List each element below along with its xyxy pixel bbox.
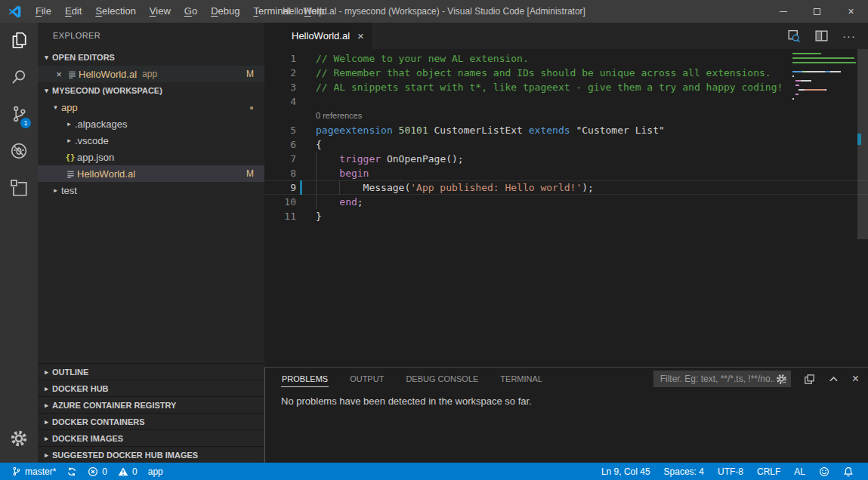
line-number: 9 [264,180,296,195]
section-workspace[interactable]: ▾MYSECOND (WORKSPACE) [38,82,264,99]
indentation[interactable]: Spaces: 4 [657,466,711,477]
tree-item--vscode[interactable]: ▸.vscode [38,132,264,149]
token-plain: ; [357,196,363,208]
code-line-8: 8 begin [264,166,868,180]
code-line-11: 11} [264,209,868,223]
close-window-button[interactable]: × [834,0,868,23]
menu-selection[interactable]: Selection [88,0,142,23]
activity-explorer-button[interactable] [0,23,38,60]
open-changes-icon[interactable] [786,29,801,43]
token-comment: // Welcome to your new AL extension. [316,53,529,64]
panel-tab-output[interactable]: OUTPUT [349,371,385,387]
section-docker-hub[interactable]: ▸DOCKER HUB [38,380,264,396]
code-text[interactable]: Message('App published: Hello world!'); [316,180,594,195]
minimap[interactable] [792,51,857,101]
split-editor-icon[interactable] [814,29,829,43]
error-count[interactable]: 0 [82,466,113,477]
code-text[interactable]: begin [316,166,369,180]
menu-debug[interactable]: Debug [204,0,246,23]
tree-item-helloworld-al[interactable]: HelloWorld.alM [38,165,264,182]
git-modified-badge: M [246,168,254,179]
tab-helloworld[interactable]: HelloWorld.al × [264,23,372,49]
workbench: 1 EXPLORER ▾OPEN EDITORS ×HelloWorld.ala… [0,23,868,463]
section-docker-hub-label: DOCKER HUB [52,384,109,393]
section-suggested-docker-hub-images[interactable]: ▸SUGGESTED DOCKER HUB IMAGES [38,446,264,463]
close-panel-icon[interactable]: × [852,373,859,385]
code-line-10: 10 end; [264,195,868,209]
codelens-references[interactable]: 0 references [264,109,868,123]
open-editor-item[interactable]: ×HelloWorld.alappM [38,66,264,82]
open-editor-filename: HelloWorld.al [79,69,137,80]
tab-label: HelloWorld.al [292,30,350,42]
chevron-right-icon: ▸ [63,120,75,128]
tab-close-icon[interactable]: × [357,29,364,42]
code-text[interactable]: pageextension 50101 CustomerListExt exte… [316,123,665,137]
editor[interactable]: 1// Welcome to your new AL extension.2//… [264,49,868,367]
indent-guide [316,166,317,180]
vscode-logo-icon [0,5,29,18]
panel-tabs: PROBLEMSOUTPUTDEBUG CONSOLETERMINAL × [265,368,868,389]
notifications[interactable] [836,466,860,477]
section-docker-containers[interactable]: ▸DOCKER CONTAINERS [38,413,264,429]
maximize-button[interactable] [800,0,834,23]
smiley-icon [819,466,829,477]
code-text[interactable]: { [316,137,322,152]
code-text[interactable]: end; [316,195,363,209]
collapse-all-icon[interactable] [804,374,815,385]
eol[interactable]: CRLF [750,466,787,477]
section-suggested-docker-hub-images-label: SUGGESTED DOCKER HUB IMAGES [52,451,198,460]
tree-item-app[interactable]: ▾app● [38,99,264,115]
code-text[interactable]: // Welcome to your new AL extension. [316,51,529,66]
menu-go[interactable]: Go [178,0,204,23]
section-docker-images-label: DOCKER IMAGES [52,434,123,443]
status-bar-right: Ln 9, Col 45Spaces: 4UTF-8CRLFAL [595,466,860,477]
encoding[interactable]: UTF-8 [711,466,750,477]
language-mode[interactable]: AL [787,466,812,477]
chevron-right-icon: ▸ [41,368,52,376]
filter-gear-icon[interactable] [776,374,787,385]
code-text[interactable]: } [316,209,322,223]
code-text[interactable]: // Remember that object names and IDs sh… [316,66,771,80]
panel-tab-terminal[interactable]: TERMINAL [499,371,543,387]
cursor-position[interactable]: Ln 9, Col 45 [595,466,657,477]
menu-edit[interactable]: Edit [58,0,88,23]
activity-source-control-button[interactable]: 1 [0,97,38,134]
code-line-9: 9 Message('App published: Hello world!')… [264,180,868,195]
sync-status[interactable] [61,466,82,477]
panel-tab-debug-console[interactable]: DEBUG CONSOLE [405,371,479,387]
minimize-button[interactable] [766,0,800,23]
menu-view[interactable]: View [143,0,178,23]
feedback[interactable] [812,466,836,477]
filter-input[interactable] [659,373,776,385]
section-open-editors[interactable]: ▾OPEN EDITORS [38,49,264,66]
tree-item-test[interactable]: ▸test [38,182,264,198]
code-line-1: 1// Welcome to your new AL extension. [264,51,868,66]
activity-search-button[interactable] [0,60,38,97]
panel-tab-problems[interactable]: PROBLEMS [281,371,329,387]
section-outline[interactable]: ▸OUTLINE [38,363,264,380]
code-text[interactable]: trigger OnOpenPage(); [316,152,464,166]
menu-file[interactable]: File [29,0,58,23]
section-azure-container-registry[interactable]: ▸AZURE CONTAINER REGISTRY [38,396,264,413]
sidebar-title: EXPLORER [38,23,264,49]
code-text[interactable]: // AL snippets start with t*, like tpage… [316,80,783,94]
tree-item--alpackages[interactable]: ▸.alpackages [38,115,264,132]
chevron-down-icon: ▾ [41,87,52,94]
activity-debug-button[interactable] [0,134,38,171]
activity-manage-button[interactable] [0,421,38,458]
section-docker-images[interactable]: ▸DOCKER IMAGES [38,429,264,446]
editor-group: HelloWorld.al × ··· 1// Welcome to your … [264,23,868,463]
chevron-right-icon: ▸ [50,186,61,194]
problems-message: No problems have been detected in the wo… [281,395,532,407]
activity-extensions-button[interactable] [0,171,38,208]
tree-item-app-json[interactable]: {}app.json [38,149,264,165]
bell-icon [843,466,854,477]
more-actions-icon[interactable]: ··· [842,29,856,42]
section-workspace-label: MYSECOND (WORKSPACE) [52,86,162,95]
close-editor-icon[interactable]: × [53,69,65,80]
warning-count[interactable]: 0 [113,466,143,477]
maximize-panel-icon[interactable] [828,374,839,385]
git-branch-status[interactable]: master* [6,466,61,477]
active-project[interactable]: app [143,466,168,477]
editor-actions: ··· [786,23,868,49]
